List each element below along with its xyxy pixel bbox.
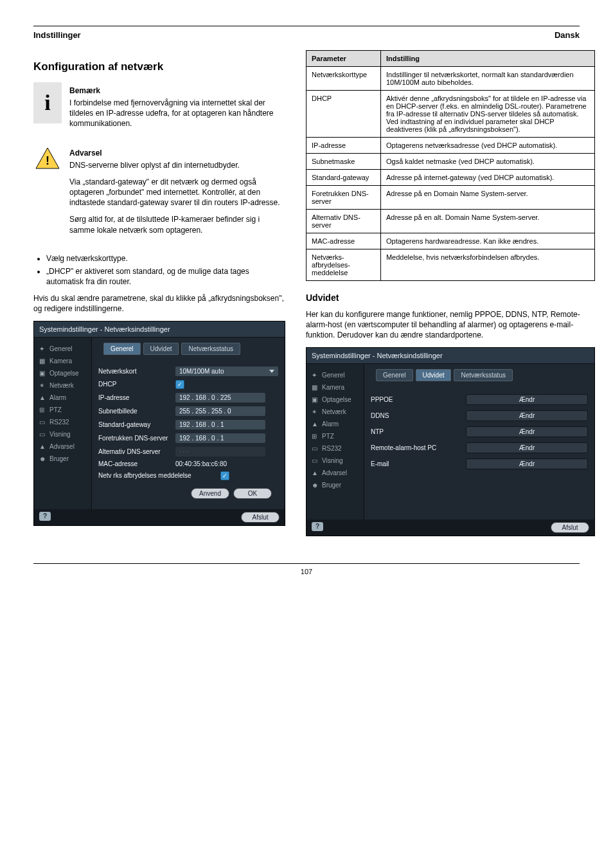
field-label: NTP	[371, 428, 461, 435]
row-ip: IP-adresse 192 . 168 . 0 . 225	[98, 393, 278, 402]
sidebar-item-alarm[interactable]: ▲Alarm	[34, 392, 91, 404]
window-title: Systemindstillinger - Netværksindstillin…	[306, 348, 594, 364]
ptz-icon: ⊞	[312, 433, 318, 439]
edit-button[interactable]: Ændr	[466, 410, 588, 421]
table-header: Indstilling	[380, 51, 594, 67]
sidebar-item-optagelse[interactable]: ▣Optagelse	[306, 393, 364, 406]
dns2-field[interactable]: · · ·	[175, 447, 265, 457]
screenshot-network-advanced: Systemindstillinger - Netværksindstillin…	[306, 347, 595, 536]
alarm-icon: ▲	[312, 420, 318, 427]
field-label: IP-adresse	[98, 394, 175, 401]
sidebar-item-netvaerk[interactable]: ✶Netværk	[34, 379, 91, 392]
row-mac: MAC-adresse 00:40:35:ba:c6:80	[98, 460, 278, 467]
row-disconnect-notify: Netv rks afbrydelses meddelelse ✓	[98, 471, 278, 480]
body-text: Her kan du konfigurere mange funktioner,…	[306, 309, 595, 341]
warning-text-3: Sørg altid for, at de tilsluttede IP-kam…	[69, 214, 285, 235]
tab-netvaerksstatus[interactable]: Netværksstatus	[454, 369, 512, 381]
sidebar-item-visning[interactable]: ▭Visning	[34, 428, 91, 440]
chevron-down-icon	[269, 370, 274, 373]
disconnect-checkbox[interactable]: ✓	[220, 471, 229, 480]
dns1-field[interactable]: 192 . 168 . 0 . 1	[175, 433, 265, 443]
serial-icon: ▭	[312, 445, 318, 451]
warning-icon: ▲	[39, 443, 46, 449]
field-label: Alternativ DNS-server	[98, 448, 175, 455]
tab-bar: Generel Udvidet Netværksstatus	[371, 364, 588, 389]
warning-icon: !	[33, 145, 62, 172]
warning-text-2: Via „standard-gateway" er dit netværk og…	[69, 177, 285, 208]
field-label: Netværkskort	[98, 368, 175, 375]
subnet-mask-field[interactable]: 255 . 255 . 255 . 0	[175, 406, 265, 416]
sidebar-item-rs232[interactable]: ▭RS232	[34, 416, 91, 428]
ok-button[interactable]: OK	[233, 488, 272, 499]
edit-button[interactable]: Ændr	[466, 458, 588, 469]
sidebar-item-advarsel[interactable]: ▲Advarsel	[34, 440, 91, 453]
field-label: Remote-alarm-host PC	[371, 444, 461, 451]
sidebar-item-ptz[interactable]: ⊞PTZ	[306, 430, 364, 442]
row-dhcp: DHCP ✓	[98, 380, 278, 389]
network-icon: ✶	[39, 382, 46, 388]
bullet-item: „DHCP" er aktiveret som standard, og de …	[46, 266, 285, 287]
sidebar-item-optagelse[interactable]: ▣Optagelse	[34, 367, 91, 379]
sidebar-item-kamera[interactable]: ▦Kamera	[306, 381, 364, 393]
sidebar-item-bruger[interactable]: ☻Bruger	[306, 479, 364, 491]
sidebar-item-generel[interactable]: ✦Generel	[306, 369, 364, 381]
table-row: SubnetmaskeOgså kaldet netmaske (ved DHC…	[306, 154, 595, 170]
field-label: DHCP	[98, 381, 175, 388]
tab-udvidet[interactable]: Udvidet	[416, 369, 452, 381]
sidebar-item-alarm[interactable]: ▲Alarm	[306, 418, 364, 430]
sidebar-item-kamera[interactable]: ▦Kamera	[34, 355, 91, 367]
alarm-icon: ▲	[39, 394, 46, 401]
body-text: Hvis du skal ændre parametrene, skal du …	[33, 293, 285, 314]
ptz-icon: ⊞	[39, 406, 46, 413]
row-ddns: DDNSÆndr	[371, 410, 588, 421]
tab-generel[interactable]: Generel	[103, 343, 141, 355]
field-label: MAC-adresse	[98, 460, 175, 467]
note-text: I forbindelse med fjernovervågning via i…	[69, 98, 285, 129]
field-label: Subnetbillede	[98, 408, 175, 415]
tab-netvaerksstatus[interactable]: Netværksstatus	[181, 343, 240, 355]
sidebar-item-advarsel[interactable]: ▲Advarsel	[306, 467, 364, 479]
help-icon[interactable]: ?	[39, 512, 51, 521]
row-network-card: Netværkskort 10M/100M auto	[98, 366, 278, 376]
sidebar-item-ptz[interactable]: ⊞PTZ	[34, 404, 91, 416]
sidebar-item-generel[interactable]: ✦Generel	[34, 343, 91, 355]
table-header: Parameter	[306, 51, 381, 67]
edit-button[interactable]: Ændr	[466, 394, 588, 405]
warning-text-1: DNS-serverne bliver oplyst af din intern…	[69, 160, 285, 170]
edit-button[interactable]: Ændr	[466, 426, 588, 437]
subsection-heading: Udvidet	[306, 293, 595, 303]
network-card-dropdown[interactable]: 10M/100M auto	[175, 366, 278, 376]
row-gateway: Standard-gateway 192 . 168 . 0 . 1	[98, 420, 278, 429]
parameter-table: ParameterIndstilling NetværkskorttypeInd…	[306, 50, 595, 281]
edit-button[interactable]: Ændr	[466, 442, 588, 453]
help-icon[interactable]: ?	[312, 522, 323, 531]
sidebar-item-netvaerk[interactable]: ✶Netværk	[306, 406, 364, 418]
ip-address-field[interactable]: 192 . 168 . 0 . 225	[175, 393, 265, 402]
apply-button[interactable]: Anvend	[191, 488, 229, 499]
table-row: DHCPAktivér denne „afkrydsningsboks" for…	[306, 91, 595, 138]
screenshot-network-general: Systemindstillinger - Netværksindstillin…	[33, 321, 285, 526]
section-heading: Konfiguration af netværk	[33, 60, 285, 73]
exit-button[interactable]: Afslut	[241, 512, 280, 523]
table-row: NetværkskorttypeIndstillinger til netvær…	[306, 67, 595, 91]
dhcp-checkbox[interactable]: ✓	[175, 380, 184, 389]
table-row: Netværks-afbrydelses-meddelelseMeddelels…	[306, 249, 595, 281]
field-label: Netv rks afbrydelses meddelelse	[98, 472, 220, 479]
sidebar-item-bruger[interactable]: ☻Bruger	[34, 453, 91, 465]
field-label: E-mail	[371, 460, 461, 467]
gateway-field[interactable]: 192 . 168 . 0 . 1	[175, 420, 265, 429]
header-right: Dansk	[555, 30, 580, 40]
sidebar-item-visning[interactable]: ▭Visning	[306, 455, 364, 467]
tab-udvidet[interactable]: Udvidet	[143, 343, 179, 355]
exit-button[interactable]: Afslut	[551, 522, 589, 533]
table-row: IP-adresseOptagerens netværksadresse (ve…	[306, 138, 595, 154]
window-title: Systemindstillinger - Netværksindstillin…	[34, 321, 285, 338]
tab-generel[interactable]: Generel	[376, 369, 413, 381]
camera-icon: ▦	[312, 384, 318, 390]
display-icon: ▭	[312, 457, 318, 464]
mac-value: 00:40:35:ba:c6:80	[175, 460, 227, 467]
record-icon: ▣	[312, 396, 318, 402]
user-icon: ☻	[312, 482, 318, 488]
sidebar-item-rs232[interactable]: ▭RS232	[306, 442, 364, 455]
note-heading: Bemærk	[69, 86, 285, 95]
